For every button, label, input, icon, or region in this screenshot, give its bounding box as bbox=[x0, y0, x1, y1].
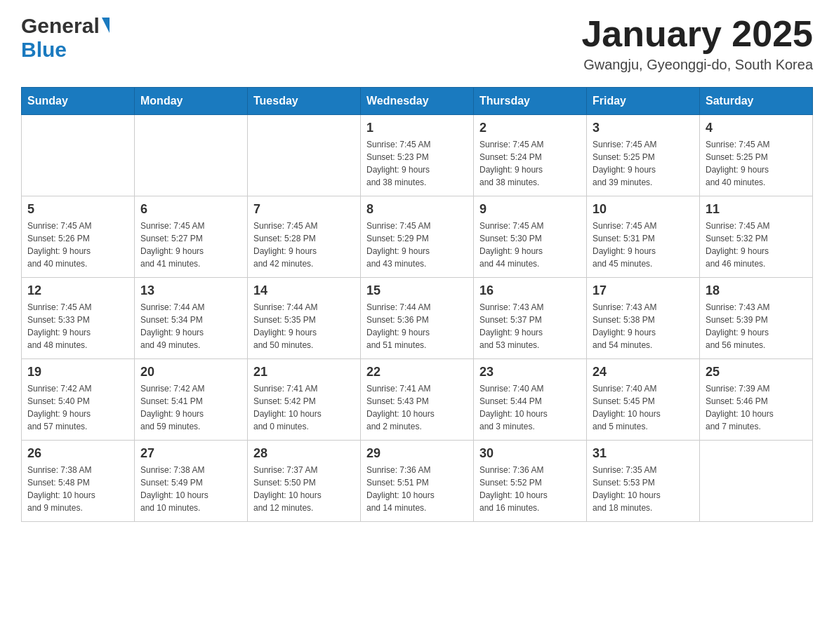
calendar-cell: 25Sunrise: 7:39 AM Sunset: 5:46 PM Dayli… bbox=[700, 359, 813, 441]
day-info: Sunrise: 7:45 AM Sunset: 5:25 PM Dayligh… bbox=[706, 138, 807, 189]
day-info: Sunrise: 7:45 AM Sunset: 5:32 PM Dayligh… bbox=[706, 220, 807, 270]
day-info: Sunrise: 7:38 AM Sunset: 5:49 PM Dayligh… bbox=[140, 464, 241, 514]
calendar-cell: 31Sunrise: 7:35 AM Sunset: 5:53 PM Dayli… bbox=[587, 441, 700, 522]
day-info: Sunrise: 7:45 AM Sunset: 5:26 PM Dayligh… bbox=[27, 220, 128, 270]
calendar-cell bbox=[135, 115, 248, 196]
calendar-cell: 10Sunrise: 7:45 AM Sunset: 5:31 PM Dayli… bbox=[587, 196, 700, 278]
calendar-header-row: SundayMondayTuesdayWednesdayThursdayFrid… bbox=[22, 88, 813, 115]
logo-triangle-icon bbox=[102, 18, 110, 33]
day-number: 23 bbox=[479, 365, 581, 380]
title-area: January 2025 Gwangju, Gyeonggi-do, South… bbox=[581, 14, 813, 73]
day-info: Sunrise: 7:45 AM Sunset: 5:30 PM Dayligh… bbox=[479, 220, 581, 270]
calendar-header-monday: Monday bbox=[135, 88, 248, 115]
calendar-cell: 1Sunrise: 7:45 AM Sunset: 5:23 PM Daylig… bbox=[361, 115, 474, 196]
day-number: 24 bbox=[593, 365, 694, 380]
calendar-header-wednesday: Wednesday bbox=[361, 88, 474, 115]
day-number: 21 bbox=[253, 365, 355, 380]
day-info: Sunrise: 7:44 AM Sunset: 5:35 PM Dayligh… bbox=[253, 301, 355, 351]
day-number: 17 bbox=[593, 283, 694, 298]
day-info: Sunrise: 7:45 AM Sunset: 5:24 PM Dayligh… bbox=[479, 138, 581, 189]
day-info: Sunrise: 7:43 AM Sunset: 5:39 PM Dayligh… bbox=[706, 301, 807, 351]
location-text: Gwangju, Gyeonggi-do, South Korea bbox=[581, 57, 813, 73]
day-info: Sunrise: 7:45 AM Sunset: 5:25 PM Dayligh… bbox=[593, 138, 694, 189]
calendar-header-friday: Friday bbox=[587, 88, 700, 115]
day-info: Sunrise: 7:41 AM Sunset: 5:43 PM Dayligh… bbox=[366, 382, 468, 433]
day-info: Sunrise: 7:39 AM Sunset: 5:46 PM Dayligh… bbox=[706, 382, 807, 433]
logo: General Blue bbox=[21, 14, 110, 62]
calendar-table: SundayMondayTuesdayWednesdayThursdayFrid… bbox=[21, 87, 813, 522]
calendar-cell: 26Sunrise: 7:38 AM Sunset: 5:48 PM Dayli… bbox=[22, 441, 135, 522]
day-number: 14 bbox=[253, 283, 355, 298]
day-number: 18 bbox=[706, 283, 807, 298]
calendar-cell: 22Sunrise: 7:41 AM Sunset: 5:43 PM Dayli… bbox=[361, 359, 474, 441]
day-info: Sunrise: 7:36 AM Sunset: 5:52 PM Dayligh… bbox=[479, 464, 581, 514]
day-number: 8 bbox=[366, 202, 468, 217]
day-info: Sunrise: 7:38 AM Sunset: 5:48 PM Dayligh… bbox=[27, 464, 128, 514]
day-info: Sunrise: 7:44 AM Sunset: 5:36 PM Dayligh… bbox=[366, 301, 468, 351]
calendar-cell: 6Sunrise: 7:45 AM Sunset: 5:27 PM Daylig… bbox=[135, 196, 248, 278]
day-number: 3 bbox=[593, 121, 694, 135]
calendar-header-tuesday: Tuesday bbox=[248, 88, 361, 115]
day-info: Sunrise: 7:45 AM Sunset: 5:28 PM Dayligh… bbox=[253, 220, 355, 270]
calendar-cell: 7Sunrise: 7:45 AM Sunset: 5:28 PM Daylig… bbox=[248, 196, 361, 278]
calendar-cell: 9Sunrise: 7:45 AM Sunset: 5:30 PM Daylig… bbox=[474, 196, 587, 278]
day-info: Sunrise: 7:36 AM Sunset: 5:51 PM Dayligh… bbox=[366, 464, 468, 514]
day-number: 7 bbox=[253, 202, 355, 217]
day-info: Sunrise: 7:41 AM Sunset: 5:42 PM Dayligh… bbox=[253, 382, 355, 433]
calendar-cell: 28Sunrise: 7:37 AM Sunset: 5:50 PM Dayli… bbox=[248, 441, 361, 522]
calendar-cell: 18Sunrise: 7:43 AM Sunset: 5:39 PM Dayli… bbox=[700, 278, 813, 359]
day-info: Sunrise: 7:45 AM Sunset: 5:33 PM Dayligh… bbox=[27, 301, 128, 351]
calendar-cell: 23Sunrise: 7:40 AM Sunset: 5:44 PM Dayli… bbox=[474, 359, 587, 441]
day-number: 11 bbox=[706, 202, 807, 217]
page-header: General Blue January 2025 Gwangju, Gyeon… bbox=[21, 14, 813, 73]
calendar-cell: 16Sunrise: 7:43 AM Sunset: 5:37 PM Dayli… bbox=[474, 278, 587, 359]
calendar-cell: 29Sunrise: 7:36 AM Sunset: 5:51 PM Dayli… bbox=[361, 441, 474, 522]
day-info: Sunrise: 7:42 AM Sunset: 5:41 PM Dayligh… bbox=[140, 382, 241, 433]
day-number: 6 bbox=[140, 202, 241, 217]
calendar-cell: 13Sunrise: 7:44 AM Sunset: 5:34 PM Dayli… bbox=[135, 278, 248, 359]
calendar-cell: 12Sunrise: 7:45 AM Sunset: 5:33 PM Dayli… bbox=[22, 278, 135, 359]
calendar-cell: 19Sunrise: 7:42 AM Sunset: 5:40 PM Dayli… bbox=[22, 359, 135, 441]
calendar-cell: 3Sunrise: 7:45 AM Sunset: 5:25 PM Daylig… bbox=[587, 115, 700, 196]
day-number: 22 bbox=[366, 365, 468, 380]
logo-blue-text: Blue bbox=[21, 38, 67, 62]
day-number: 30 bbox=[479, 446, 581, 461]
calendar-week-row: 19Sunrise: 7:42 AM Sunset: 5:40 PM Dayli… bbox=[22, 359, 813, 441]
calendar-cell: 30Sunrise: 7:36 AM Sunset: 5:52 PM Dayli… bbox=[474, 441, 587, 522]
day-number: 16 bbox=[479, 283, 581, 298]
day-number: 27 bbox=[140, 446, 241, 461]
calendar-cell: 14Sunrise: 7:44 AM Sunset: 5:35 PM Dayli… bbox=[248, 278, 361, 359]
day-number: 5 bbox=[27, 202, 128, 217]
day-number: 25 bbox=[706, 365, 807, 380]
day-number: 9 bbox=[479, 202, 581, 217]
calendar-cell: 27Sunrise: 7:38 AM Sunset: 5:49 PM Dayli… bbox=[135, 441, 248, 522]
calendar-cell: 17Sunrise: 7:43 AM Sunset: 5:38 PM Dayli… bbox=[587, 278, 700, 359]
day-info: Sunrise: 7:45 AM Sunset: 5:29 PM Dayligh… bbox=[366, 220, 468, 270]
calendar-cell bbox=[700, 441, 813, 522]
day-info: Sunrise: 7:45 AM Sunset: 5:23 PM Dayligh… bbox=[366, 138, 468, 189]
day-number: 2 bbox=[479, 121, 581, 135]
month-title: January 2025 bbox=[581, 14, 813, 54]
calendar-cell: 15Sunrise: 7:44 AM Sunset: 5:36 PM Dayli… bbox=[361, 278, 474, 359]
calendar-cell bbox=[248, 115, 361, 196]
day-info: Sunrise: 7:37 AM Sunset: 5:50 PM Dayligh… bbox=[253, 464, 355, 514]
day-number: 10 bbox=[593, 202, 694, 217]
day-number: 29 bbox=[366, 446, 468, 461]
day-info: Sunrise: 7:45 AM Sunset: 5:31 PM Dayligh… bbox=[593, 220, 694, 270]
day-info: Sunrise: 7:43 AM Sunset: 5:37 PM Dayligh… bbox=[479, 301, 581, 351]
day-info: Sunrise: 7:35 AM Sunset: 5:53 PM Dayligh… bbox=[593, 464, 694, 514]
day-number: 31 bbox=[593, 446, 694, 461]
logo-general-text: General bbox=[21, 14, 100, 38]
calendar-header-thursday: Thursday bbox=[474, 88, 587, 115]
day-info: Sunrise: 7:43 AM Sunset: 5:38 PM Dayligh… bbox=[593, 301, 694, 351]
calendar-cell: 2Sunrise: 7:45 AM Sunset: 5:24 PM Daylig… bbox=[474, 115, 587, 196]
calendar-week-row: 5Sunrise: 7:45 AM Sunset: 5:26 PM Daylig… bbox=[22, 196, 813, 278]
day-info: Sunrise: 7:45 AM Sunset: 5:27 PM Dayligh… bbox=[140, 220, 241, 270]
calendar-cell: 4Sunrise: 7:45 AM Sunset: 5:25 PM Daylig… bbox=[700, 115, 813, 196]
day-number: 1 bbox=[366, 121, 468, 135]
day-number: 13 bbox=[140, 283, 241, 298]
calendar-header-sunday: Sunday bbox=[22, 88, 135, 115]
calendar-cell: 5Sunrise: 7:45 AM Sunset: 5:26 PM Daylig… bbox=[22, 196, 135, 278]
day-info: Sunrise: 7:44 AM Sunset: 5:34 PM Dayligh… bbox=[140, 301, 241, 351]
calendar-week-row: 12Sunrise: 7:45 AM Sunset: 5:33 PM Dayli… bbox=[22, 278, 813, 359]
